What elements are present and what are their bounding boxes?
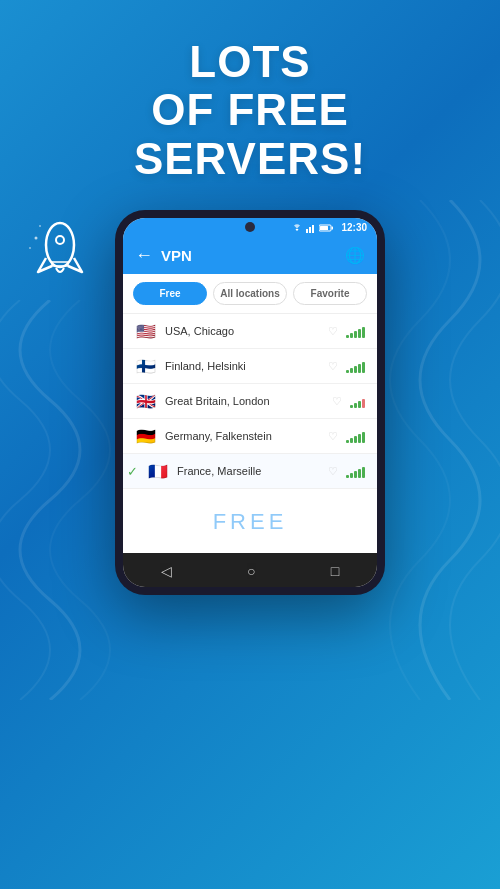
flag-germany: 🇩🇪 [135, 428, 157, 444]
signal-germany [346, 429, 365, 443]
phone-nav: ◁ ○ □ [123, 553, 377, 587]
header-line3: servers! [134, 134, 366, 183]
phone-screen: 12:30 ← VPN 🌐 Free All locations Favorit… [123, 218, 377, 587]
nav-recent-button[interactable]: □ [331, 563, 339, 579]
status-icons [291, 223, 333, 233]
server-name-usa: USA, Chicago [165, 325, 320, 337]
flag-finland: 🇫🇮 [135, 358, 157, 374]
tab-free[interactable]: Free [133, 282, 207, 305]
server-name-gb: Great Britain, London [165, 395, 324, 407]
server-item-germany[interactable]: 🇩🇪 Germany, Falkenstein ♡ [123, 419, 377, 454]
server-name-france: France, Marseille [177, 465, 320, 477]
nav-back-button[interactable]: ◁ [161, 563, 172, 579]
favorite-finland[interactable]: ♡ [328, 360, 338, 373]
app-title: VPN [161, 247, 337, 264]
app-header: ← VPN 🌐 [123, 237, 377, 274]
free-label: FREE [213, 509, 288, 534]
tab-all-locations[interactable]: All locations [213, 282, 287, 305]
server-name-germany: Germany, Falkenstein [165, 430, 320, 442]
phone-body: 12:30 ← VPN 🌐 Free All locations Favorit… [115, 210, 385, 595]
status-time: 12:30 [341, 222, 367, 233]
server-item-france[interactable]: ✓ 🇫🇷 France, Marseille ♡ [123, 454, 377, 489]
signal-usa [346, 324, 365, 338]
svg-rect-7 [312, 225, 314, 233]
server-list: 🇺🇸 USA, Chicago ♡ 🇫🇮 Finland, Helsinki [123, 314, 377, 489]
header-line1: Lots [189, 37, 310, 86]
favorite-gb[interactable]: ♡ [332, 395, 342, 408]
signal-finland [346, 359, 365, 373]
svg-point-3 [29, 247, 31, 249]
server-item-gb[interactable]: 🇬🇧 Great Britain, London ♡ [123, 384, 377, 419]
favorite-germany[interactable]: ♡ [328, 430, 338, 443]
globe-button[interactable]: 🌐 [345, 246, 365, 265]
header-section: Lots of free servers! [0, 0, 500, 183]
battery-icon [319, 224, 333, 232]
svg-rect-10 [320, 226, 328, 230]
phone-mockup: 12:30 ← VPN 🌐 Free All locations Favorit… [115, 210, 385, 595]
signal-france [346, 464, 365, 478]
tab-bar: Free All locations Favorite [123, 274, 377, 314]
nav-home-button[interactable]: ○ [247, 563, 255, 579]
header-title: Lots of free servers! [0, 38, 500, 183]
server-item-finland[interactable]: 🇫🇮 Finland, Helsinki ♡ [123, 349, 377, 384]
svg-point-1 [56, 236, 64, 244]
rocket-icon [18, 210, 98, 294]
svg-rect-5 [306, 229, 308, 233]
tab-favorite[interactable]: Favorite [293, 282, 367, 305]
header-line2: of free [151, 85, 349, 134]
svg-rect-6 [309, 227, 311, 233]
server-item-usa[interactable]: 🇺🇸 USA, Chicago ♡ [123, 314, 377, 349]
flag-gb: 🇬🇧 [135, 393, 157, 409]
back-button[interactable]: ← [135, 245, 153, 266]
free-section: FREE [123, 489, 377, 553]
signal-gb [350, 394, 365, 408]
wifi-icon [291, 223, 303, 233]
signal-icon [306, 223, 316, 233]
svg-point-2 [35, 237, 38, 240]
svg-rect-9 [332, 226, 334, 229]
camera-notch [245, 222, 255, 232]
svg-point-4 [39, 225, 41, 227]
flag-usa: 🇺🇸 [135, 323, 157, 339]
selected-check: ✓ [127, 464, 138, 479]
flag-france: 🇫🇷 [147, 463, 169, 479]
favorite-usa[interactable]: ♡ [328, 325, 338, 338]
server-name-finland: Finland, Helsinki [165, 360, 320, 372]
favorite-france[interactable]: ♡ [328, 465, 338, 478]
